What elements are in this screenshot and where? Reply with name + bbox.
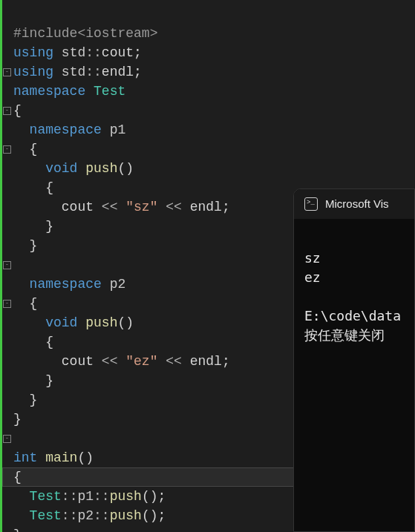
fold-gutter: - - - - - - xyxy=(2,0,13,532)
fold-toggle[interactable]: - xyxy=(3,435,11,443)
fold-toggle[interactable]: - xyxy=(3,300,11,308)
terminal-window[interactable]: Microsoft Vis szez E:\code\data按任意键关闭 xyxy=(293,188,415,532)
output-path: E:\code\data xyxy=(304,306,414,326)
fold-toggle[interactable]: - xyxy=(3,261,11,269)
fold-toggle[interactable]: - xyxy=(3,68,11,76)
terminal-titlebar[interactable]: Microsoft Vis xyxy=(294,189,414,219)
fold-toggle[interactable]: - xyxy=(3,145,11,154)
output-prompt: 按任意键关闭 xyxy=(304,326,414,345)
terminal-icon xyxy=(304,197,318,211)
preprocessor: #include xyxy=(13,26,77,41)
output-line: sz xyxy=(304,249,414,268)
fold-toggle[interactable]: - xyxy=(3,107,11,115)
terminal-title: Microsoft Vis xyxy=(325,194,389,214)
output-line: ez xyxy=(304,268,414,287)
terminal-output[interactable]: szez E:\code\data按任意键关闭 xyxy=(294,219,414,384)
